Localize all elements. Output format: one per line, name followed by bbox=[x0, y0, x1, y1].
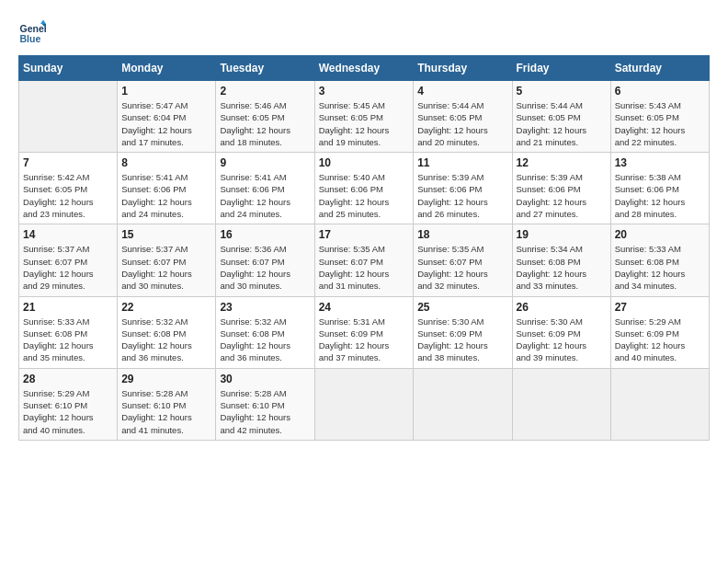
calendar-cell: 27Sunrise: 5:29 AM Sunset: 6:09 PM Dayli… bbox=[610, 296, 709, 368]
day-number: 11 bbox=[417, 156, 507, 169]
day-info: Sunrise: 5:38 AM Sunset: 6:06 PM Dayligh… bbox=[615, 171, 705, 220]
day-info: Sunrise: 5:33 AM Sunset: 6:08 PM Dayligh… bbox=[615, 243, 705, 292]
day-number: 26 bbox=[517, 301, 607, 314]
day-number: 20 bbox=[615, 228, 705, 241]
calendar-cell bbox=[314, 368, 414, 440]
day-info: Sunrise: 5:37 AM Sunset: 6:07 PM Dayligh… bbox=[23, 243, 113, 292]
calendar-cell: 17Sunrise: 5:35 AM Sunset: 6:07 PM Dayli… bbox=[314, 224, 414, 296]
day-number: 7 bbox=[23, 156, 113, 169]
day-number: 18 bbox=[417, 228, 507, 241]
day-number: 24 bbox=[319, 301, 410, 314]
svg-text:Blue: Blue bbox=[20, 33, 41, 44]
day-number: 21 bbox=[23, 301, 113, 314]
day-info: Sunrise: 5:47 AM Sunset: 6:04 PM Dayligh… bbox=[121, 99, 211, 148]
page-header: General Blue bbox=[18, 18, 710, 46]
calendar-cell: 26Sunrise: 5:30 AM Sunset: 6:09 PM Dayli… bbox=[512, 296, 610, 368]
calendar-cell: 4Sunrise: 5:44 AM Sunset: 6:05 PM Daylig… bbox=[414, 81, 512, 153]
day-number: 28 bbox=[23, 373, 113, 385]
calendar-cell: 6Sunrise: 5:43 AM Sunset: 6:05 PM Daylig… bbox=[610, 81, 709, 153]
calendar-cell: 16Sunrise: 5:36 AM Sunset: 6:07 PM Dayli… bbox=[216, 224, 314, 296]
day-number: 10 bbox=[319, 156, 410, 169]
day-info: Sunrise: 5:32 AM Sunset: 6:08 PM Dayligh… bbox=[220, 316, 310, 364]
day-info: Sunrise: 5:36 AM Sunset: 6:07 PM Dayligh… bbox=[220, 243, 310, 292]
day-info: Sunrise: 5:30 AM Sunset: 6:09 PM Dayligh… bbox=[517, 316, 607, 364]
calendar-cell: 29Sunrise: 5:28 AM Sunset: 6:10 PM Dayli… bbox=[118, 368, 216, 440]
calendar-cell: 11Sunrise: 5:39 AM Sunset: 6:06 PM Dayli… bbox=[414, 153, 512, 224]
calendar-header-row: SundayMondayTuesdayWednesdayThursdayFrid… bbox=[19, 56, 710, 81]
column-header-wednesday: Wednesday bbox=[314, 56, 414, 81]
calendar-cell: 9Sunrise: 5:41 AM Sunset: 6:06 PM Daylig… bbox=[216, 153, 314, 224]
day-number: 22 bbox=[121, 301, 211, 314]
day-number: 13 bbox=[615, 156, 705, 169]
calendar-cell: 19Sunrise: 5:34 AM Sunset: 6:08 PM Dayli… bbox=[512, 224, 610, 296]
day-info: Sunrise: 5:28 AM Sunset: 6:10 PM Dayligh… bbox=[220, 387, 310, 436]
column-header-friday: Friday bbox=[512, 56, 610, 81]
calendar-cell: 18Sunrise: 5:35 AM Sunset: 6:07 PM Dayli… bbox=[414, 224, 512, 296]
day-number: 30 bbox=[220, 373, 310, 385]
calendar-cell bbox=[414, 368, 512, 440]
day-number: 6 bbox=[615, 85, 705, 98]
calendar-cell: 14Sunrise: 5:37 AM Sunset: 6:07 PM Dayli… bbox=[19, 224, 118, 296]
calendar-cell: 22Sunrise: 5:32 AM Sunset: 6:08 PM Dayli… bbox=[118, 296, 216, 368]
day-number: 29 bbox=[121, 373, 211, 385]
day-number: 8 bbox=[121, 156, 211, 169]
day-info: Sunrise: 5:28 AM Sunset: 6:10 PM Dayligh… bbox=[121, 387, 211, 436]
day-number: 3 bbox=[319, 85, 410, 98]
day-number: 15 bbox=[121, 228, 211, 241]
day-info: Sunrise: 5:39 AM Sunset: 6:06 PM Dayligh… bbox=[417, 171, 507, 220]
day-number: 16 bbox=[220, 228, 310, 241]
calendar-week-row: 21Sunrise: 5:33 AM Sunset: 6:08 PM Dayli… bbox=[19, 296, 710, 368]
calendar-week-row: 14Sunrise: 5:37 AM Sunset: 6:07 PM Dayli… bbox=[19, 224, 710, 296]
svg-marker-2 bbox=[40, 20, 46, 25]
calendar-cell: 25Sunrise: 5:30 AM Sunset: 6:09 PM Dayli… bbox=[414, 296, 512, 368]
column-header-thursday: Thursday bbox=[414, 56, 512, 81]
calendar-week-row: 7Sunrise: 5:42 AM Sunset: 6:05 PM Daylig… bbox=[19, 153, 710, 224]
logo: General Blue bbox=[18, 18, 46, 46]
day-info: Sunrise: 5:29 AM Sunset: 6:10 PM Dayligh… bbox=[23, 387, 113, 436]
day-info: Sunrise: 5:39 AM Sunset: 6:06 PM Dayligh… bbox=[517, 171, 607, 220]
calendar-cell: 1Sunrise: 5:47 AM Sunset: 6:04 PM Daylig… bbox=[118, 81, 216, 153]
day-number: 1 bbox=[121, 85, 211, 98]
day-info: Sunrise: 5:40 AM Sunset: 6:06 PM Dayligh… bbox=[319, 171, 410, 220]
day-info: Sunrise: 5:44 AM Sunset: 6:05 PM Dayligh… bbox=[417, 99, 507, 148]
day-info: Sunrise: 5:44 AM Sunset: 6:05 PM Dayligh… bbox=[517, 99, 607, 148]
calendar-cell: 12Sunrise: 5:39 AM Sunset: 6:06 PM Dayli… bbox=[512, 153, 610, 224]
calendar-cell: 8Sunrise: 5:41 AM Sunset: 6:06 PM Daylig… bbox=[118, 153, 216, 224]
calendar-cell: 20Sunrise: 5:33 AM Sunset: 6:08 PM Dayli… bbox=[610, 224, 709, 296]
calendar-week-row: 28Sunrise: 5:29 AM Sunset: 6:10 PM Dayli… bbox=[19, 368, 710, 440]
day-info: Sunrise: 5:35 AM Sunset: 6:07 PM Dayligh… bbox=[417, 243, 507, 292]
calendar-cell bbox=[512, 368, 610, 440]
calendar-cell: 30Sunrise: 5:28 AM Sunset: 6:10 PM Dayli… bbox=[216, 368, 314, 440]
day-number: 25 bbox=[417, 301, 507, 314]
calendar-cell: 5Sunrise: 5:44 AM Sunset: 6:05 PM Daylig… bbox=[512, 81, 610, 153]
day-number: 4 bbox=[417, 85, 507, 98]
calendar-cell: 7Sunrise: 5:42 AM Sunset: 6:05 PM Daylig… bbox=[19, 153, 118, 224]
day-info: Sunrise: 5:41 AM Sunset: 6:06 PM Dayligh… bbox=[220, 171, 310, 220]
column-header-sunday: Sunday bbox=[19, 56, 118, 81]
calendar-cell: 23Sunrise: 5:32 AM Sunset: 6:08 PM Dayli… bbox=[216, 296, 314, 368]
day-number: 27 bbox=[615, 301, 705, 314]
day-info: Sunrise: 5:29 AM Sunset: 6:09 PM Dayligh… bbox=[615, 316, 705, 364]
calendar-cell: 10Sunrise: 5:40 AM Sunset: 6:06 PM Dayli… bbox=[314, 153, 414, 224]
logo-icon: General Blue bbox=[18, 18, 46, 46]
calendar-cell: 3Sunrise: 5:45 AM Sunset: 6:05 PM Daylig… bbox=[314, 81, 414, 153]
day-info: Sunrise: 5:34 AM Sunset: 6:08 PM Dayligh… bbox=[517, 243, 607, 292]
day-number: 9 bbox=[220, 156, 310, 169]
day-number: 5 bbox=[517, 85, 607, 98]
calendar-week-row: 1Sunrise: 5:47 AM Sunset: 6:04 PM Daylig… bbox=[19, 81, 710, 153]
calendar-cell: 13Sunrise: 5:38 AM Sunset: 6:06 PM Dayli… bbox=[610, 153, 709, 224]
day-info: Sunrise: 5:42 AM Sunset: 6:05 PM Dayligh… bbox=[23, 171, 113, 220]
column-header-tuesday: Tuesday bbox=[216, 56, 314, 81]
day-info: Sunrise: 5:46 AM Sunset: 6:05 PM Dayligh… bbox=[220, 99, 310, 148]
calendar-cell: 21Sunrise: 5:33 AM Sunset: 6:08 PM Dayli… bbox=[19, 296, 118, 368]
day-info: Sunrise: 5:45 AM Sunset: 6:05 PM Dayligh… bbox=[319, 99, 410, 148]
calendar-cell: 28Sunrise: 5:29 AM Sunset: 6:10 PM Dayli… bbox=[19, 368, 118, 440]
calendar-table: SundayMondayTuesdayWednesdayThursdayFrid… bbox=[18, 55, 710, 441]
day-info: Sunrise: 5:35 AM Sunset: 6:07 PM Dayligh… bbox=[319, 243, 410, 292]
column-header-saturday: Saturday bbox=[610, 56, 709, 81]
day-number: 17 bbox=[319, 228, 410, 241]
day-info: Sunrise: 5:31 AM Sunset: 6:09 PM Dayligh… bbox=[319, 316, 410, 364]
day-number: 2 bbox=[220, 85, 310, 98]
day-info: Sunrise: 5:32 AM Sunset: 6:08 PM Dayligh… bbox=[121, 316, 211, 364]
calendar-cell: 15Sunrise: 5:37 AM Sunset: 6:07 PM Dayli… bbox=[118, 224, 216, 296]
